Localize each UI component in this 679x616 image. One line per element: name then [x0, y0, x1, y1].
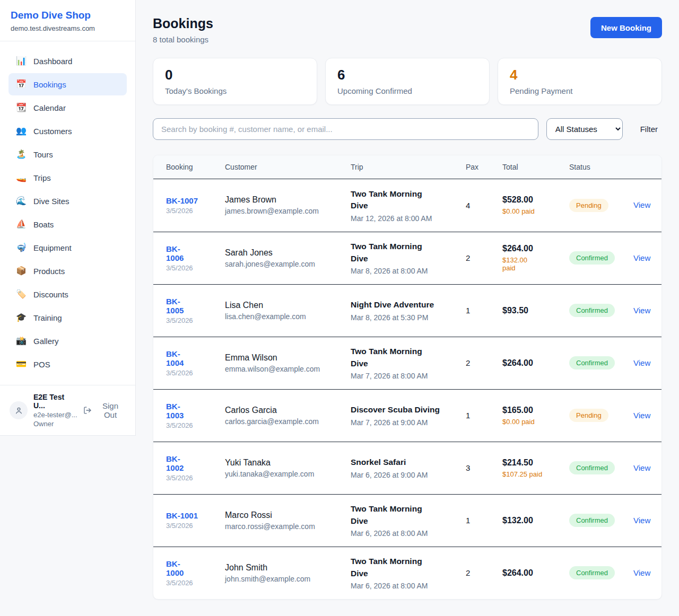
page-title: Bookings	[153, 16, 213, 31]
view-link[interactable]: View	[633, 253, 650, 262]
new-booking-button[interactable]: New Booking	[590, 17, 662, 38]
view-link[interactable]: View	[633, 568, 650, 577]
table-row[interactable]: BK- 1004 3/5/2026 Emma Wilson emma.wilso…	[153, 337, 661, 389]
sidebar-item-dive-sites[interactable]: 🌊 Dive Sites	[8, 190, 127, 212]
filter-button[interactable]: Filter	[631, 125, 662, 134]
trip-cell: Two Tank Morning Dive Mar 6, 2026 at 8:0…	[351, 556, 466, 590]
pax-count: 2	[466, 253, 502, 262]
customer-name: Emma Wilson	[225, 353, 344, 363]
table-row[interactable]: BK- 1002 3/5/2026 Yuki Tanaka yuki.tanak…	[153, 442, 661, 494]
sign-out-button[interactable]: Sign Out	[83, 401, 126, 419]
sidebar-item-tours[interactable]: 🏝️ Tours	[8, 143, 127, 165]
total-cell: $264.00 $132.00 paid	[502, 244, 569, 272]
booking-cell: BK- 1005 3/5/2026	[166, 297, 225, 324]
trip-datetime: Mar 6, 2026 at 8:00 AM	[351, 582, 459, 590]
sidebar-item-label: Trips	[33, 173, 51, 182]
sidebar-item-dashboard[interactable]: 📊 Dashboard	[8, 50, 127, 72]
brand-title[interactable]: Demo Dive Shop	[11, 10, 125, 21]
pax-count: 2	[466, 358, 502, 367]
booking-date: 3/5/2026	[166, 316, 219, 324]
sidebar-item-label: Products	[33, 267, 65, 276]
sidebar-item-trips[interactable]: 🚤 Trips	[8, 166, 127, 189]
table-header-row: BookingCustomerTripPaxTotalStatus	[153, 155, 661, 179]
total-cell: $132.00	[502, 516, 569, 525]
sidebar-item-gallery[interactable]: 📸 Gallery	[8, 330, 127, 352]
total-cell: $264.00	[502, 568, 569, 578]
credit-card-icon: 💳	[16, 360, 27, 368]
package-icon: 📦	[16, 267, 27, 275]
table-row[interactable]: BK-1007 3/5/2026 James Brown james.brown…	[153, 179, 661, 232]
sidebar-item-label: Dive Sites	[33, 197, 69, 206]
booking-id-link[interactable]: BK- 1006	[166, 244, 184, 262]
customer-email: john.smith@example.com	[225, 575, 344, 583]
pax-count: 3	[466, 463, 502, 472]
booking-date: 3/5/2026	[166, 369, 219, 377]
status-filter-select[interactable]: All Statuses	[546, 118, 623, 140]
sidebar-item-calendar[interactable]: 📆 Calendar	[8, 96, 127, 119]
diving-mask-icon: 🤿	[16, 243, 27, 252]
stat-card: 4 Pending Payment	[498, 58, 662, 105]
sidebar-item-label: Tours	[33, 150, 53, 159]
column-header-customer: Customer	[225, 155, 351, 179]
booking-date: 3/5/2026	[166, 579, 219, 587]
total-amount: $132.00	[502, 516, 563, 525]
sidebar-item-boats[interactable]: ⛵ Boats	[8, 213, 127, 235]
booking-id-link[interactable]: BK-1007	[166, 196, 198, 205]
view-link[interactable]: View	[633, 516, 650, 525]
action-cell: View	[633, 411, 649, 420]
sidebar-item-bookings[interactable]: 📅 Bookings	[8, 73, 127, 95]
column-header-total: Total	[502, 155, 569, 179]
view-link[interactable]: View	[633, 358, 650, 367]
sidebar-item-products[interactable]: 📦 Products	[8, 260, 127, 282]
sidebar-item-training[interactable]: 🎓 Training	[8, 306, 127, 329]
total-cell: $528.00 $0.00 paid	[502, 195, 569, 215]
customer-cell: John Smith john.smith@example.com	[225, 563, 351, 583]
total-amount: $93.50	[502, 306, 563, 315]
table-row[interactable]: BK- 1003 3/5/2026 Carlos Garcia carlos.g…	[153, 389, 661, 442]
booking-cell: BK- 1006 3/5/2026	[166, 244, 225, 272]
total-amount: $264.00	[502, 568, 563, 578]
table-row[interactable]: BK- 1006 3/5/2026 Sarah Jones sarah.jone…	[153, 232, 661, 284]
booking-id-link[interactable]: BK- 1005	[166, 297, 184, 315]
sidebar: Demo Dive Shop demo.test.divestreams.com…	[0, 0, 136, 436]
customer-name: Carlos Garcia	[225, 406, 344, 415]
tear-off-calendar-icon: 📆	[16, 103, 27, 112]
booking-id-link[interactable]: BK- 1002	[166, 454, 184, 472]
trip-datetime: Mar 12, 2026 at 8:00 AM	[351, 214, 459, 223]
sidebar-item-discounts[interactable]: 🏷️ Discounts	[8, 283, 127, 305]
total-amount: $165.00	[502, 406, 563, 415]
action-cell: View	[633, 200, 649, 210]
status-badge: Confirmed	[569, 304, 615, 317]
total-cell: $93.50	[502, 306, 569, 315]
page-header-text: Bookings 8 total bookings	[153, 16, 213, 44]
status-badge: Confirmed	[569, 251, 615, 265]
sidebar-item-label: Calendar	[33, 103, 66, 112]
view-link[interactable]: View	[633, 411, 650, 420]
logout-icon	[83, 406, 92, 415]
search-input[interactable]	[153, 118, 538, 140]
customer-cell: Emma Wilson emma.wilson@example.com	[225, 353, 351, 373]
table-row[interactable]: BK- 1000 3/5/2026 John Smith john.smith@…	[153, 547, 661, 599]
status-cell: Pending	[569, 409, 633, 422]
bookings-count: 8 total bookings	[153, 35, 213, 44]
table-row[interactable]: BK- 1005 3/5/2026 Lisa Chen lisa.chen@ex…	[153, 284, 661, 337]
table-row[interactable]: BK-1001 3/5/2026 Marco Rossi marco.rossi…	[153, 494, 661, 547]
booking-cell: BK- 1004 3/5/2026	[166, 349, 225, 377]
booking-id-link[interactable]: BK- 1004	[166, 349, 184, 367]
view-link[interactable]: View	[633, 200, 650, 209]
people-icon: 👥	[16, 127, 27, 135]
trip-name: Snorkel Safari	[351, 456, 440, 468]
trip-cell: Discover Scuba Diving Mar 7, 2026 at 9:0…	[351, 404, 466, 426]
bookings-table: BookingCustomerTripPaxTotalStatus BK-100…	[153, 155, 662, 600]
sidebar-item-equipment[interactable]: 🤿 Equipment	[8, 236, 127, 259]
booking-id-link[interactable]: BK- 1000	[166, 559, 184, 577]
sidebar-item-pos[interactable]: 💳 POS	[8, 353, 127, 375]
view-link[interactable]: View	[633, 306, 650, 315]
status-cell: Confirmed	[569, 461, 633, 474]
column-header-status: Status	[569, 155, 633, 179]
sidebar-item-customers[interactable]: 👥 Customers	[8, 120, 127, 142]
paid-amount: $0.00 paid	[502, 418, 550, 426]
booking-id-link[interactable]: BK- 1003	[166, 402, 184, 420]
view-link[interactable]: View	[633, 463, 650, 472]
booking-id-link[interactable]: BK-1001	[166, 511, 198, 520]
